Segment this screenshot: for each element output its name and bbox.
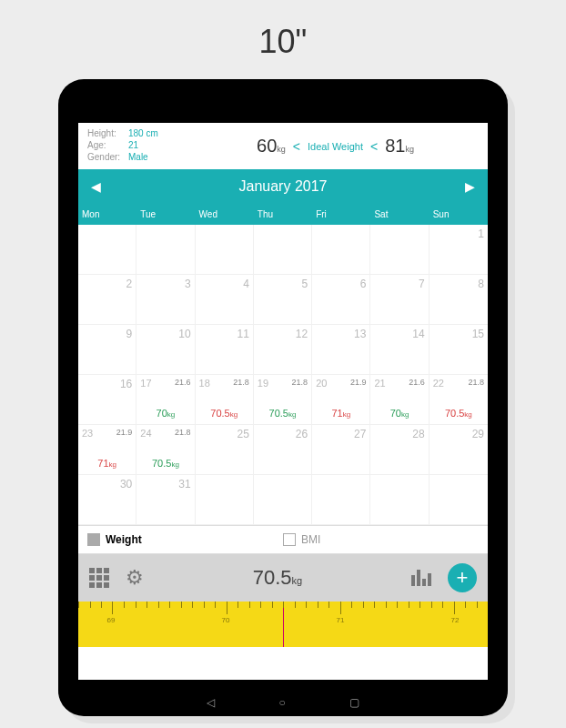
calendar-day[interactable]: 12 — [254, 325, 312, 375]
height-value[interactable]: 180 cm — [128, 128, 158, 138]
weight-value: 71kg — [312, 408, 369, 419]
ruler-tick — [442, 602, 443, 608]
ruler-tick — [409, 602, 409, 608]
ruler-tick — [477, 602, 478, 608]
calendar-day[interactable]: 11 — [196, 325, 254, 375]
bmi-toggle[interactable]: BMI — [283, 533, 479, 546]
prev-month-button[interactable]: ◀ — [91, 179, 101, 194]
calendar-day[interactable]: 28 — [370, 425, 429, 475]
calendar-day[interactable]: 4 — [196, 275, 254, 325]
day-number: 12 — [296, 328, 308, 340]
calendar-day[interactable]: 31 — [136, 475, 195, 525]
age-value[interactable]: 21 — [128, 140, 138, 150]
grid-view-button[interactable] — [89, 568, 109, 588]
ruler-tick — [158, 602, 159, 608]
calendar-day[interactable]: 1821.870.5kg — [196, 375, 254, 425]
ruler-tick — [318, 602, 318, 608]
calendar-day[interactable]: 1721.670kg — [136, 375, 195, 425]
ruler-tick — [192, 602, 193, 608]
calendar-day[interactable] — [370, 475, 429, 525]
day-number: 9 — [126, 328, 133, 340]
device-frame: Height: 180 cm Age: 21 Gender: Male 60kg… — [58, 79, 508, 716]
day-number: 31 — [178, 478, 190, 490]
day-number: 28 — [412, 428, 424, 440]
calendar-day[interactable]: 26 — [254, 425, 312, 475]
bmi-value: 21.8 — [233, 378, 249, 387]
day-number: 25 — [237, 428, 248, 440]
calendar-day[interactable] — [370, 225, 429, 275]
calendar-day[interactable]: 16 — [78, 375, 136, 425]
weight-value: 70.5kg — [254, 408, 311, 419]
month-header: ◀ January 2017 ▶ — [78, 169, 488, 204]
ruler-tick — [260, 602, 261, 608]
ruler-slider[interactable]: 69707172 — [78, 602, 488, 647]
ruler-tick — [147, 602, 147, 608]
calendar-day[interactable]: 2121.670kg — [370, 375, 429, 425]
gender-value[interactable]: Male — [128, 152, 148, 162]
calendar-day[interactable]: 1 — [430, 225, 488, 275]
weight-toggle-label: Weight — [106, 533, 142, 546]
day-number: 24 — [140, 428, 151, 439]
calendar-day[interactable] — [312, 475, 370, 525]
bmi-toggle-label: BMI — [301, 533, 320, 546]
calendar-day[interactable]: 2021.971kg — [312, 375, 370, 425]
ideal-weight-label: Ideal Weight — [308, 141, 363, 152]
current-weight-unit: kg — [292, 575, 303, 586]
calendar-day[interactable]: 5 — [254, 275, 312, 325]
calendar-day[interactable]: 2421.870.5kg — [136, 425, 195, 475]
ruler-tick — [227, 602, 227, 614]
calendar-day[interactable] — [312, 225, 370, 275]
calendar-day[interactable]: 13 — [312, 325, 370, 375]
checkbox-icon — [87, 533, 100, 546]
day-number: 19 — [258, 378, 268, 389]
calendar-day[interactable]: 8 — [430, 275, 488, 325]
settings-button[interactable]: ⚙ — [126, 566, 144, 590]
calendar-day[interactable]: 6 — [312, 275, 370, 325]
chart-button[interactable] — [411, 570, 431, 586]
calendar-day[interactable]: 9 — [78, 325, 136, 375]
gender-label: Gender: — [87, 152, 128, 162]
weekday-label: Sat — [370, 204, 429, 225]
bottom-bar: ⚙ 70.5kg + — [78, 554, 488, 602]
ruler-tick — [181, 602, 182, 608]
calendar-day[interactable]: 30 — [78, 475, 136, 525]
overview-button[interactable]: ▢ — [349, 696, 359, 709]
calendar-day[interactable] — [196, 475, 254, 525]
calendar-day[interactable]: 14 — [370, 325, 429, 375]
calendar-day[interactable] — [254, 475, 312, 525]
ruler-tick — [419, 602, 420, 608]
ruler-label: 70 — [222, 616, 230, 624]
calendar-day[interactable]: 2 — [78, 275, 136, 325]
calendar-day[interactable]: 1921.870.5kg — [254, 375, 312, 425]
ruler-tick — [78, 602, 79, 608]
calendar-day[interactable]: 25 — [196, 425, 254, 475]
ruler-label: 69 — [107, 616, 116, 624]
ruler-tick — [238, 602, 238, 608]
calendar-day[interactable] — [254, 225, 312, 275]
height-label: Height: — [87, 128, 128, 138]
back-button[interactable]: ◁ — [207, 696, 215, 709]
unit-label: kg — [277, 145, 286, 154]
day-number: 4 — [243, 278, 249, 290]
calendar-day[interactable]: 15 — [430, 325, 488, 375]
calendar-day[interactable]: 27 — [312, 425, 370, 475]
calendar-day[interactable] — [78, 225, 136, 275]
calendar-day[interactable]: 10 — [136, 325, 195, 375]
age-label: Age: — [87, 140, 128, 150]
calendar-day[interactable]: 2321.971kg — [78, 425, 136, 475]
calendar-day[interactable]: 3 — [136, 275, 195, 325]
calendar-day[interactable]: 7 — [370, 275, 429, 325]
next-month-button[interactable]: ▶ — [465, 179, 475, 194]
calendar-day[interactable]: 2221.870.5kg — [430, 375, 488, 425]
calendar-day[interactable] — [136, 225, 195, 275]
weight-toggle[interactable]: Weight — [87, 533, 283, 546]
ruler-tick — [272, 602, 273, 608]
calendar-day[interactable] — [430, 475, 488, 525]
bmi-value: 21.8 — [468, 378, 484, 387]
weekday-label: Tue — [136, 204, 195, 225]
calendar-day[interactable]: 29 — [430, 425, 488, 475]
ruler-label: 72 — [451, 616, 460, 624]
home-button[interactable]: ○ — [278, 696, 285, 709]
calendar-day[interactable] — [196, 225, 254, 275]
add-button[interactable]: + — [448, 563, 477, 592]
